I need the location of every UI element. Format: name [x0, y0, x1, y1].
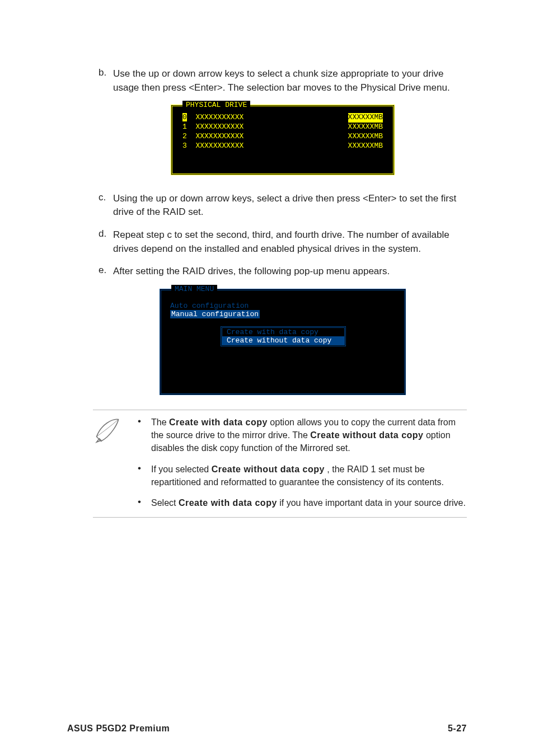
- auto-config-line: Auto configuration: [170, 302, 395, 310]
- footer-right: 5-27: [448, 724, 467, 734]
- n3a: Select: [151, 498, 179, 508]
- n3c: if you have important data in your sourc…: [277, 498, 466, 508]
- drive-size-3: XXXXXXMB: [348, 142, 383, 151]
- step-letter-c: c.: [99, 192, 113, 219]
- n1b: Create with data copy: [169, 417, 268, 427]
- drive-idx-1: 1: [182, 123, 187, 131]
- step-letter-d: d.: [99, 228, 113, 256]
- drive-size-2: XXXXXXMB: [348, 132, 383, 142]
- drive-row-0: 0 XXXXXXXXXXX XXXXXXMB: [172, 113, 393, 123]
- drive-row-3: 3 XXXXXXXXXXX XXXXXXMB: [172, 142, 393, 151]
- note-pencil-icon: [93, 416, 122, 445]
- main-menu-title: MAIN MENU: [171, 285, 217, 293]
- drive-size-1: XXXXXXMB: [348, 123, 383, 132]
- bullet-3: •: [138, 496, 151, 509]
- manual-config-line: Manual configuration: [170, 310, 260, 318]
- drive-name-2: XXXXXXXXXXX: [195, 132, 243, 140]
- drive-row-1: 1 XXXXXXXXXXX XXXXXXMB: [172, 123, 393, 132]
- step-text-b: Use the up or down arrow keys to select …: [113, 67, 467, 95]
- step-text-c: Using the up or down arrow keys, select …: [113, 192, 467, 219]
- drive-name-0: XXXXXXXXXXX: [195, 113, 243, 121]
- n3b: Create with data copy: [179, 498, 277, 508]
- drive-row-2: 2 XXXXXXXXXXX XXXXXXMB: [172, 132, 393, 142]
- note-2-text: If you selected Create without data copy…: [151, 463, 467, 489]
- note-block: • The Create with data copy option allow…: [93, 410, 467, 518]
- create-without-copy: Create without data copy: [222, 336, 344, 345]
- bullet-1: •: [138, 416, 151, 455]
- n2a: If you selected: [151, 464, 212, 474]
- drive-idx-2: 2: [182, 132, 187, 140]
- main-menu-terminal: MAIN MENU Auto configuration Manual conf…: [160, 289, 406, 395]
- drive-name-1: XXXXXXXXXXX: [195, 123, 243, 131]
- create-with-copy: Create with data copy: [222, 328, 344, 336]
- step-letter-e: e.: [99, 265, 113, 279]
- drive-size-0: XXXXXXMB: [348, 113, 383, 123]
- drive-name-3: XXXXXXXXXXX: [195, 142, 243, 150]
- step-text-d: Repeat step c to set the second, third, …: [113, 228, 467, 256]
- note-1-text: The Create with data copy option allows …: [151, 416, 467, 455]
- physical-drive-terminal: PHYSICAL DRIVE 0 XXXXXXXXXXX XXXXXXMB 1 …: [171, 105, 395, 175]
- drive-idx-0: 0: [182, 113, 187, 121]
- step-letter-b: b.: [99, 67, 113, 95]
- footer-left: ASUS P5GD2 Premium: [67, 724, 170, 734]
- note-3-text: Select Create with data copy if you have…: [151, 496, 466, 509]
- n2b: Create without data copy: [212, 464, 325, 474]
- bullet-2: •: [138, 463, 151, 489]
- n1d: Create without data copy: [310, 430, 423, 440]
- physical-drive-title: PHYSICAL DRIVE: [182, 101, 250, 109]
- data-copy-submenu: Create with data copy Create without dat…: [221, 326, 346, 346]
- step-text-e: After setting the RAID drives, the follo…: [113, 265, 390, 279]
- drive-idx-3: 3: [182, 142, 187, 150]
- n1a: The: [151, 417, 169, 427]
